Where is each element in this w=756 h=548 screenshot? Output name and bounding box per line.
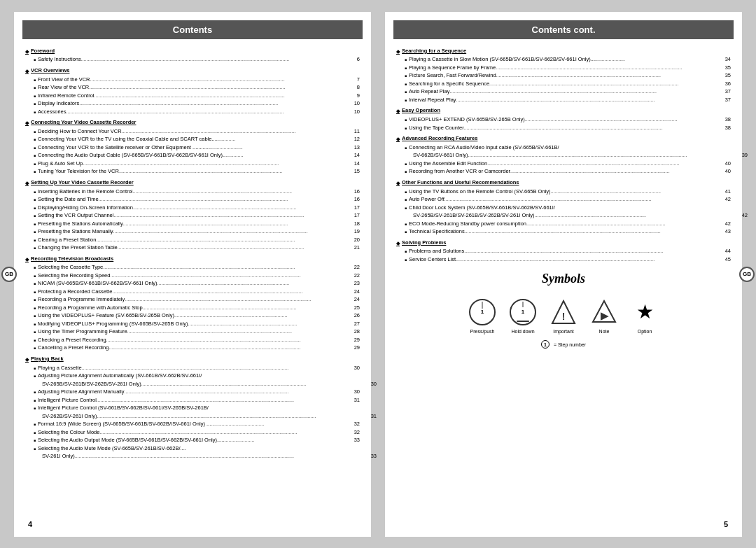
section-vcr-overviews: VCR Overviews ■Front View of the VCR....…: [25, 67, 360, 115]
press-push-icon: 1: [469, 299, 496, 325]
section-connecting-title: Connecting Your Video Cassette Recorder: [25, 119, 360, 127]
page-container: GB Contents Foreword ■ Safety Instructio…: [14, 12, 742, 537]
gb-badge-right: GB: [739, 267, 755, 282]
right-page-title: Contents cont.: [393, 20, 734, 39]
symbol-hold-down: 1 Hold down: [510, 299, 536, 335]
section-solving: Solving Problems ■Problems and Solutions…: [396, 239, 731, 264]
step-number-note: 1 = Step number: [396, 340, 731, 349]
section-foreword-title: Foreword: [25, 48, 360, 55]
section-recording-title: Recording Television Broadcasts: [25, 255, 360, 263]
left-page: GB Contents Foreword ■ Safety Instructio…: [14, 12, 371, 537]
section-playing-title: Playing Back: [25, 356, 360, 363]
symbols-row: 1 Press/push 1 Hold down: [396, 299, 731, 335]
section-advanced-title: Advanced Recording Features: [396, 135, 731, 143]
symbols-section: Symbols 1 Press/push 1: [396, 270, 731, 349]
symbol-option-label: Option: [638, 328, 652, 335]
section-searching-title: Searching for a Sequence: [396, 48, 731, 55]
item-safety: ■ Safety Instructions ..................…: [25, 56, 360, 64]
left-page-title: Contents: [22, 20, 363, 39]
hold-down-icon: 1: [510, 299, 536, 325]
item-safety-page: 6: [357, 56, 360, 64]
symbol-option: ★ Option: [631, 299, 658, 335]
section-easy-title: Easy Operation: [396, 107, 731, 115]
section-searching: Searching for a Sequence ■Playing a Cass…: [396, 48, 731, 104]
left-page-content: Foreword ■ Safety Instructions .........…: [14, 45, 371, 470]
symbol-press-push: 1 Press/push: [469, 299, 496, 335]
section-easy: Easy Operation ■VIDEOPLUS+ EXTEND (SV-66…: [396, 107, 731, 132]
section-solving-title: Solving Problems: [396, 239, 731, 247]
symbol-note: ▶ Note: [591, 299, 617, 335]
right-page-content: Searching for a Sequence ■Playing a Cass…: [385, 45, 742, 355]
section-advanced: Advanced Recording Features ■Connecting …: [396, 135, 731, 176]
right-page: GB Contents cont. Searching for a Sequen…: [385, 12, 742, 537]
step-note-text: = Step number: [554, 342, 586, 347]
section-playing: Playing Back ■Playing a Cassette........…: [25, 356, 360, 461]
section-recording: Recording Television Broadcasts ■Selecti…: [25, 255, 360, 352]
option-icon: ★: [631, 299, 658, 325]
symbol-press-push-label: Press/push: [470, 328, 494, 335]
right-page-number: 5: [724, 520, 728, 528]
symbol-note-label: Note: [599, 328, 610, 335]
item-safety-label: Safety Instructions: [38, 56, 81, 64]
section-setting-title: Setting Up Your Video Cassette Recorder: [25, 179, 360, 187]
svg-text:▶: ▶: [601, 310, 609, 321]
section-setting-up: Setting Up Your Video Cassette Recorder …: [25, 179, 360, 252]
section-other: Other Functions and Useful Recommendatio…: [396, 179, 731, 236]
important-icon: !: [550, 299, 577, 325]
left-page-number: 4: [28, 520, 32, 528]
symbols-title: Symbols: [396, 270, 731, 288]
symbol-important-label: Important: [553, 328, 574, 335]
gb-badge-left: GB: [1, 267, 17, 282]
section-foreword: Foreword ■ Safety Instructions .........…: [25, 48, 360, 64]
section-vcr-title: VCR Overviews: [25, 67, 360, 75]
section-other-title: Other Functions and Useful Recommendatio…: [396, 179, 731, 187]
symbol-hold-down-label: Hold down: [511, 328, 534, 335]
svg-text:!: !: [562, 311, 566, 322]
symbol-important: ! Important: [550, 299, 577, 335]
note-icon: ▶: [591, 299, 617, 325]
section-connecting: Connecting Your Video Cassette Recorder …: [25, 119, 360, 176]
